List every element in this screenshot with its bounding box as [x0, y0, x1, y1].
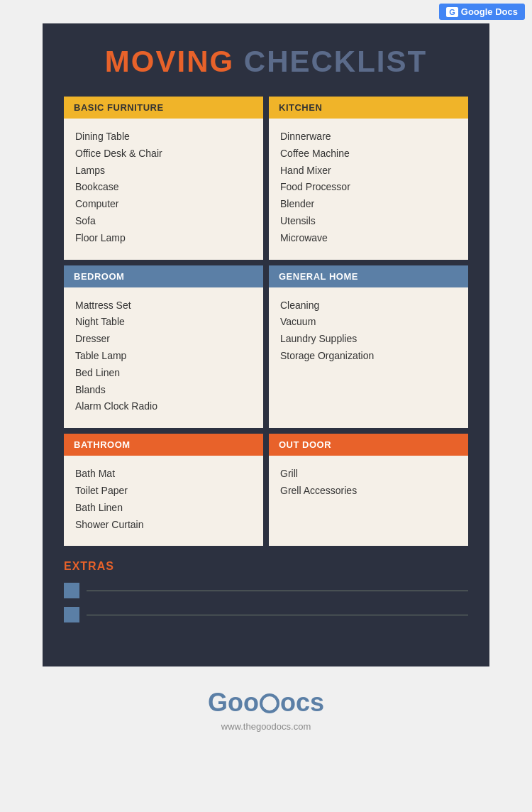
item-grill: Grill	[280, 466, 457, 483]
item-grell-accessories: Grell Accessories	[280, 483, 457, 500]
item-microwave: Microwave	[280, 230, 457, 247]
extras-line-1	[87, 591, 468, 591]
item-computer: Computer	[75, 196, 252, 213]
section-header-bathroom: BATHROOM	[64, 434, 263, 456]
item-floor-lamp: Floor Lamp	[75, 230, 252, 247]
item-table-lamp: Table Lamp	[75, 348, 252, 365]
item-sofa: Sofa	[75, 213, 252, 230]
section-body-kitchen: Dinnerware Coffee Machine Hand Mixer Foo…	[269, 119, 468, 260]
extras-checkbox-1[interactable]	[64, 583, 79, 598]
item-cleaning: Cleaning	[280, 297, 457, 314]
section-header-bedroom: BEDROOM	[64, 265, 263, 287]
item-utensils: Utensils	[280, 213, 457, 230]
item-dresser: Dresser	[75, 331, 252, 348]
logo-docs: ocs	[280, 688, 324, 717]
item-lamps: Lamps	[75, 163, 252, 180]
section-kitchen: KITCHEN Dinnerware Coffee Machine Hand M…	[269, 97, 468, 260]
item-bookcase: Bookcase	[75, 179, 252, 196]
section-header-general-home: GENERAL HOME	[269, 265, 468, 287]
section-out-door: OUT DOOR Grill Grell Accessories	[269, 434, 468, 546]
item-mattress-set: Mattress Set	[75, 297, 252, 314]
item-office-desk-chair: Office Desk & Chair	[75, 146, 252, 163]
item-night-table: Night Table	[75, 314, 252, 331]
section-header-basic-furniture: BASIC FURNITURE	[64, 97, 263, 119]
section-header-kitchen: KITCHEN	[269, 97, 468, 119]
item-bath-mat: Bath Mat	[75, 466, 252, 483]
extras-row-2	[64, 607, 468, 622]
section-body-bedroom: Mattress Set Night Table Dresser Table L…	[64, 287, 263, 429]
extras-line-2	[87, 615, 468, 615]
footer: Gooocs www.thegoodocs.com	[0, 666, 532, 753]
item-alarm-clock-radio: Alarm Clock Radio	[75, 398, 252, 415]
top-bar: G Google Docs	[0, 0, 532, 23]
section-general-home: GENERAL HOME Cleaning Vacuum Laundry Sup…	[269, 265, 468, 429]
item-bath-linen: Bath Linen	[75, 500, 252, 517]
section-body-bathroom: Bath Mat Toilet Paper Bath Linen Shower …	[64, 456, 263, 546]
item-vacuum: Vacuum	[280, 314, 457, 331]
google-g-icon: G	[446, 7, 458, 17]
document-title: MOVING CHECKLIST	[64, 45, 468, 79]
document: MOVING CHECKLIST BASIC FURNITURE Dining …	[43, 23, 489, 666]
item-hand-mixer: Hand Mixer	[280, 163, 457, 180]
title-checklist: CHECKLIST	[244, 45, 427, 78]
item-food-processor: Food Processor	[280, 179, 457, 196]
section-body-general-home: Cleaning Vacuum Laundry Supplies Storage…	[269, 287, 468, 378]
logo-d-circle	[260, 693, 279, 713]
google-docs-badge: G Google Docs	[439, 4, 525, 20]
extras-row-1	[64, 583, 468, 598]
item-toilet-paper: Toilet Paper	[75, 483, 252, 500]
section-body-out-door: Grill Grell Accessories	[269, 456, 468, 512]
title-moving: MOVING	[105, 45, 234, 78]
item-shower-curtain: Shower Curtain	[75, 517, 252, 534]
google-docs-label: Google Docs	[461, 6, 518, 17]
item-coffee-machine: Coffee Machine	[280, 146, 457, 163]
item-blender: Blender	[280, 196, 457, 213]
item-dining-table: Dining Table	[75, 128, 252, 146]
logo-goo: Goo	[208, 688, 259, 717]
extras-checkbox-2[interactable]	[64, 607, 79, 622]
item-bed-linen: Bed Linen	[75, 365, 252, 382]
extras-section: EXTRAS	[64, 560, 468, 622]
item-dinnerware: Dinnerware	[280, 128, 457, 146]
item-blands: Blands	[75, 382, 252, 399]
checklist-grid: BASIC FURNITURE Dining Table Office Desk…	[64, 97, 468, 546]
section-bedroom: BEDROOM Mattress Set Night Table Dresser…	[64, 265, 263, 429]
section-basic-furniture: BASIC FURNITURE Dining Table Office Desk…	[64, 97, 263, 260]
goodocs-logo: Gooocs	[21, 688, 511, 718]
section-bathroom: BATHROOM Bath Mat Toilet Paper Bath Line…	[64, 434, 263, 546]
item-storage-organization: Storage Organization	[280, 348, 457, 365]
section-body-basic-furniture: Dining Table Office Desk & Chair Lamps B…	[64, 119, 263, 260]
goodocs-url: www.thegoodocs.com	[21, 721, 511, 732]
item-laundry-supplies: Laundry Supplies	[280, 331, 457, 348]
extras-title: EXTRAS	[64, 560, 468, 573]
section-header-out-door: OUT DOOR	[269, 434, 468, 456]
